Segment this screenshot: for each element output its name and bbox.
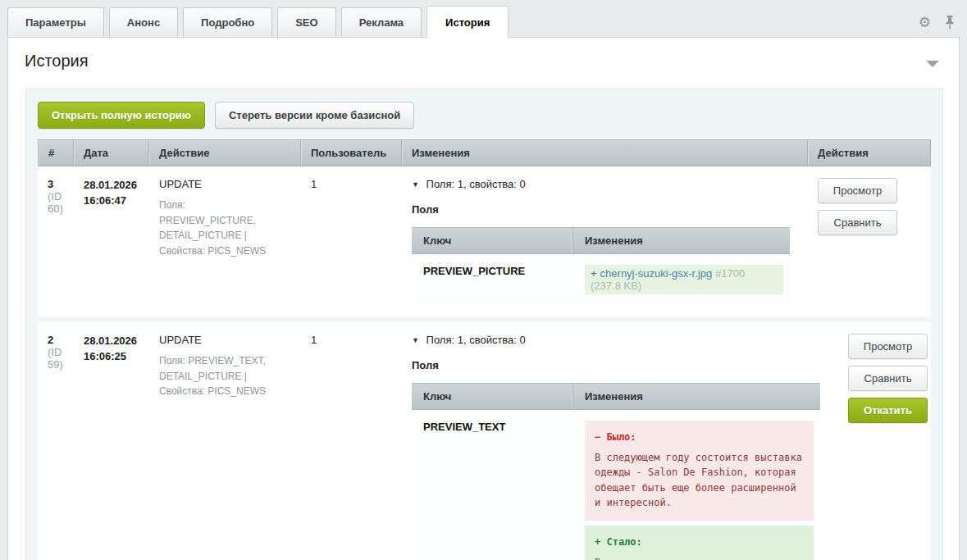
diff-removed-block: − Было: В следующем году состоится выста… <box>585 421 814 521</box>
col-header-action: Действие <box>149 139 301 166</box>
rollback-button[interactable]: Откатить <box>848 398 928 423</box>
diff-removed-label: − Было: <box>595 430 804 445</box>
diff-added-block: + Стало: В следующем году состоится выст… <box>585 526 814 560</box>
date-cell: 28.01.2026 16:06:47 <box>74 166 149 316</box>
history-container: Открыть полную историю Стереть версии кр… <box>25 89 943 560</box>
panel-header: История <box>8 38 959 82</box>
open-full-history-button[interactable]: Открыть полную историю <box>38 102 205 129</box>
fields-table-row: PREVIEW_PICTURE +chernyj-suzuki-gsx-r.jp… <box>412 254 790 305</box>
view-button[interactable]: Просмотр <box>818 178 897 203</box>
tab-history[interactable]: История <box>426 6 509 38</box>
action-details: Поля: PREVIEW_TEXT, DETAIL_PICTURE | Сво… <box>159 353 294 399</box>
fields-table-header: Ключ Изменения <box>412 227 790 254</box>
fields-section-title: Поля <box>412 203 801 216</box>
table-header-row: # Дата Действие Пользователь Изменения Д… <box>38 139 931 166</box>
tab-bar: Параметры Анонс Подробно SEO Реклама Ист… <box>0 0 967 37</box>
changes-column-header: Изменения <box>573 227 790 254</box>
tab-advert[interactable]: Реклама <box>341 7 422 37</box>
date-value: 28.01.2026 <box>84 178 143 193</box>
field-key: PREVIEW_TEXT <box>412 410 573 560</box>
changes-summary-toggle[interactable]: ▼ Поля: 1, свойства: 0 <box>412 334 832 346</box>
version-number-cell: 2 (ID 59) <box>38 322 74 560</box>
field-change-value: − Было: В следующем году состоится выста… <box>573 410 820 560</box>
action-details: Поля: PREVIEW_PICTURE, DETAIL_PICTURE | … <box>159 198 294 258</box>
changes-cell: ▼ Поля: 1, свойства: 0 Поля Ключ Изменен… <box>402 166 808 316</box>
history-toolbar: Открыть полную историю Стереть версии кр… <box>38 102 931 129</box>
tab-announce[interactable]: Анонс <box>109 7 178 37</box>
action-type: UPDATE <box>159 334 294 346</box>
diff-added-label: + Стало: <box>595 535 804 550</box>
fields-table: Ключ Изменения PREVIEW_TEXT − Было: В сл… <box>412 383 820 560</box>
col-header-date: Дата <box>74 139 149 166</box>
history-table: # Дата Действие Пользователь Изменения Д… <box>38 139 931 560</box>
time-value: 16:06:47 <box>84 193 143 209</box>
content-panel: История Открыть полную историю Стереть в… <box>7 37 960 560</box>
col-header-actions: Действия <box>808 139 931 166</box>
changes-cell: ▼ Поля: 1, свойства: 0 Поля Ключ Изменен… <box>402 322 838 560</box>
version-number: 3 <box>48 178 53 190</box>
tab-parameters[interactable]: Параметры <box>7 7 104 37</box>
user-cell: 1 <box>301 322 402 560</box>
added-file-chip: +chernyj-suzuki-gsx-r.jpg#1700 (237.8 KB… <box>585 265 783 294</box>
col-header-changes: Изменения <box>402 139 808 166</box>
page-title: История <box>25 52 942 71</box>
action-cell: UPDATE Поля: PREVIEW_TEXT, DETAIL_PICTUR… <box>149 322 301 560</box>
fields-table-row: PREVIEW_TEXT − Было: В следующем году со… <box>412 410 820 560</box>
changes-column-header: Изменения <box>573 383 820 410</box>
plus-icon: + <box>591 267 597 280</box>
gear-icon[interactable]: ⚙ <box>919 16 931 30</box>
field-key: PREVIEW_PICTURE <box>412 254 573 305</box>
action-type: UPDATE <box>159 178 294 190</box>
compare-button[interactable]: Сравнить <box>848 366 928 391</box>
field-change-value: +chernyj-suzuki-gsx-r.jpg#1700 (237.8 KB… <box>573 254 790 305</box>
chevron-down-icon[interactable] <box>926 61 939 67</box>
time-value: 16:06:25 <box>84 349 143 365</box>
window-controls: ⚙ <box>919 16 956 30</box>
col-header-num: # <box>38 139 74 166</box>
user-cell: 1 <box>301 166 402 316</box>
changes-summary-toggle[interactable]: ▼ Поля: 1, свойства: 0 <box>412 178 801 190</box>
pin-icon[interactable] <box>944 16 956 30</box>
fields-table: Ключ Изменения PREVIEW_PICTURE +chernyj-… <box>412 227 790 305</box>
date-value: 28.01.2026 <box>84 334 143 349</box>
changes-summary-text: Поля: 1, свойства: 0 <box>426 178 526 190</box>
version-number: 2 <box>48 334 53 346</box>
key-column-header: Ключ <box>412 227 573 254</box>
diff-added-text: В следующем году состоится выставка одеж… <box>595 557 802 560</box>
row-actions-cell: Просмотр Сравнить <box>808 166 931 316</box>
key-column-header: Ключ <box>412 383 573 410</box>
table-row: 2 (ID 59) 28.01.2026 16:06:25 UPDATE Пол… <box>38 322 931 560</box>
action-cell: UPDATE Поля: PREVIEW_PICTURE, DETAIL_PIC… <box>149 166 301 316</box>
collapse-triangle-icon: ▼ <box>412 180 419 189</box>
version-id: (ID 59) <box>48 346 63 371</box>
changes-summary-text: Поля: 1, свойства: 0 <box>426 334 526 346</box>
tab-details[interactable]: Подробно <box>183 7 272 37</box>
table-row: 3 (ID 60) 28.01.2026 16:06:47 UPDATE Пол… <box>38 166 931 316</box>
fields-section-title: Поля <box>412 359 832 371</box>
row-actions-cell: Просмотр Сравнить Откатить <box>838 322 961 560</box>
date-cell: 28.01.2026 16:06:25 <box>74 322 149 560</box>
compare-button[interactable]: Сравнить <box>818 210 897 235</box>
collapse-triangle-icon: ▼ <box>412 336 419 344</box>
view-button[interactable]: Просмотр <box>848 334 928 359</box>
file-link[interactable]: chernyj-suzuki-gsx-r.jpg <box>600 267 713 280</box>
version-number-cell: 3 (ID 60) <box>38 166 74 316</box>
diff-removed-text: В следующем году состоится выставка одеж… <box>595 452 802 509</box>
tab-seo[interactable]: SEO <box>277 7 335 37</box>
col-header-user: Пользователь <box>301 139 402 166</box>
fields-table-header: Ключ Изменения <box>412 383 820 410</box>
erase-versions-button[interactable]: Стереть версии кроме базисной <box>215 102 414 129</box>
version-id: (ID 60) <box>48 190 63 215</box>
